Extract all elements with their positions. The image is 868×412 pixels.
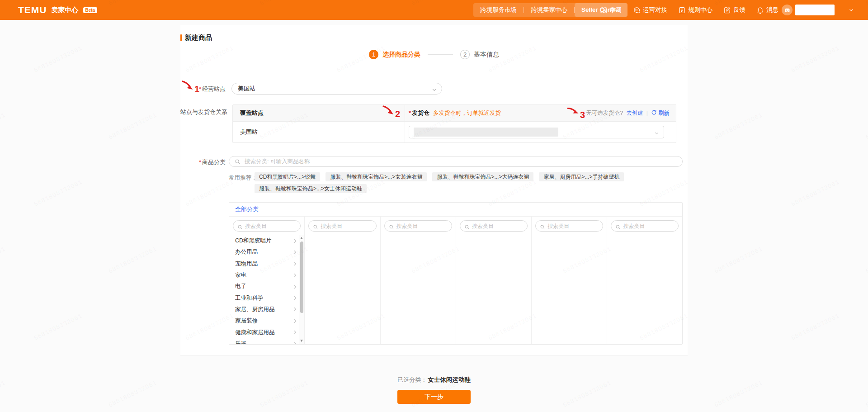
warehouse-relation-label: 站点与发货仓关系 [180, 108, 226, 116]
recommend-chip[interactable]: CD和黑胶唱片>...>锐舞 [255, 172, 320, 181]
header-menu: 学习 运营对接 规则中心 反馈 消息 [600, 0, 778, 20]
search-icon [235, 158, 241, 166]
search-icon [389, 223, 394, 232]
page-title-text: 新建商品 [185, 33, 212, 42]
warehouse-select[interactable] [409, 126, 664, 138]
chevron-right-icon [292, 273, 296, 277]
refresh-icon [651, 109, 657, 117]
step-2-label: 基本信息 [474, 51, 499, 59]
category-column-2 [305, 217, 380, 344]
chevron-right-icon [292, 296, 296, 300]
warehouse-note: 多发货仓时，订单就近发货 [433, 109, 501, 117]
chevron-right-icon [292, 319, 296, 322]
row-site-cell: 美国站 [233, 122, 405, 142]
menu-item-rules[interactable]: 规则中心 [678, 6, 712, 14]
next-step-button[interactable]: 下一步 [397, 390, 471, 404]
category-list-item[interactable]: 工业和科学 [229, 292, 298, 303]
scroll-up-arrow[interactable] [300, 237, 303, 239]
column-search-input[interactable] [385, 221, 452, 231]
beta-badge: Beta [83, 7, 98, 13]
scrollbar-thumb[interactable] [300, 242, 303, 313]
menu-item-label: 消息 [766, 6, 778, 14]
covered-site-header: 覆盖站点 [233, 105, 405, 121]
all-categories-link[interactable]: 全部分类 [235, 205, 259, 213]
column-search [384, 220, 452, 232]
recommend-chip[interactable]: 服装、鞋靴和珠宝饰品>...>大码连衣裙 [432, 172, 533, 181]
category-search [229, 156, 683, 167]
recommend-chip[interactable]: 服装、鞋靴和珠宝饰品>...>女士休闲运动鞋 [255, 184, 367, 193]
menu-item-feedback[interactable]: 反馈 [723, 6, 745, 14]
warehouse-links: 无可选发货仓? 去创建 | 刷新 [586, 109, 670, 117]
category-list-item[interactable]: CD和黑胶唱片 [229, 235, 298, 246]
column-search [460, 220, 528, 232]
rules-icon [678, 6, 686, 14]
column-search [611, 220, 679, 232]
scrollbar[interactable] [299, 235, 304, 344]
chevron-right-icon [292, 251, 296, 254]
nav-cross-border-seller-center[interactable]: 跨境卖家中心 [524, 3, 574, 17]
create-warehouse-link[interactable]: 去创建 [626, 109, 643, 117]
category-list-item[interactable]: 健康和家居用品 [229, 327, 298, 338]
selected-category-value: 女士休闲运动鞋 [428, 376, 471, 383]
category-column-3 [381, 217, 456, 344]
column-search [233, 220, 301, 232]
category-list-item[interactable]: 宠物用品 [229, 258, 298, 270]
refresh-link[interactable]: 刷新 [651, 109, 670, 117]
column-search-input[interactable] [233, 221, 300, 231]
column-search [308, 220, 376, 232]
recommend-chip[interactable]: 家居、厨房用品>...>手持破壁机 [539, 172, 624, 181]
column-search-input[interactable] [460, 221, 527, 231]
step-1-label: 选择商品分类 [382, 51, 420, 59]
category-list-item[interactable]: 家电 [229, 270, 298, 281]
app-header: TEMU 卖家中心 Beta 跨境服务市场 跨境卖家中心 Seller Cent… [0, 0, 868, 20]
menu-item-label: 反馈 [733, 6, 745, 14]
warehouse-header-cell: *发货仓 多发货仓时，订单就近发货 无可选发货仓? 去创建 | 刷新 [405, 105, 676, 121]
chevron-right-icon [292, 239, 296, 242]
new-product-card: 新建商品 1 选择商品分类 2 基本信息 1 *经营站点 美国站 站点与发货仓关… [180, 25, 688, 356]
warehouse-table: 覆盖站点 *发货仓 多发货仓时，订单就近发货 无可选发货仓? 去创建 | 刷新 [232, 104, 676, 143]
step-1-circle: 1 [369, 50, 378, 59]
menu-item-messages[interactable]: 消息 [756, 6, 778, 14]
step-indicator: 1 选择商品分类 2 基本信息 [180, 50, 688, 59]
column-search-input[interactable] [611, 221, 678, 231]
title-accent-bar [180, 34, 182, 41]
search-icon [540, 223, 545, 232]
chat-icon [633, 6, 641, 14]
category-list-item[interactable]: 家居装修 [229, 315, 298, 327]
category-panel-top: 全部分类 [229, 203, 682, 217]
category-column-6 [607, 217, 682, 344]
recommend-chip[interactable]: 服装、鞋靴和珠宝饰品>...>女装连衣裙 [326, 172, 427, 181]
menu-item-label: 学习 [610, 6, 622, 14]
page-title: 新建商品 [180, 33, 212, 42]
menu-item-operations[interactable]: 运营对接 [633, 6, 667, 14]
category-search-input[interactable] [229, 156, 683, 167]
menu-item-learn[interactable]: 学习 [600, 6, 622, 14]
category-list-item[interactable]: 办公用品 [229, 246, 298, 258]
chevron-right-icon [292, 331, 296, 334]
nav-cross-border-market[interactable]: 跨境服务市场 [473, 3, 524, 17]
step-2-circle: 2 [460, 50, 470, 59]
avatar[interactable] [782, 5, 793, 15]
column-search-input[interactable] [309, 221, 376, 231]
bell-icon [756, 6, 764, 14]
search-icon [615, 223, 621, 232]
chevron-right-icon [292, 342, 296, 344]
chevron-down-icon[interactable] [848, 7, 854, 15]
chevron-right-icon [292, 285, 296, 289]
category-label: *商品分类 [180, 158, 226, 166]
category-list-item[interactable]: 家居、厨房用品 [229, 304, 298, 315]
row-warehouse-cell [405, 122, 676, 142]
column-search-input[interactable] [536, 221, 603, 231]
site-select[interactable]: 美国站 [231, 83, 442, 95]
category-list-item[interactable]: 乐器 [229, 338, 298, 344]
logo[interactable]: TEMU 卖家中心 Beta [18, 0, 97, 20]
scroll-down-arrow[interactable] [300, 340, 303, 342]
account-name-redacted[interactable] [795, 5, 835, 15]
warehouse-header: *发货仓 [409, 109, 429, 117]
category-list-item[interactable]: 电子 [229, 281, 298, 292]
site-select-value: 美国站 [238, 85, 255, 93]
menu-item-label: 规则中心 [688, 6, 712, 14]
recommend-label: 常用推荐： [229, 174, 257, 182]
selected-category-label: 已选分类： [397, 376, 427, 383]
search-icon [313, 223, 318, 232]
